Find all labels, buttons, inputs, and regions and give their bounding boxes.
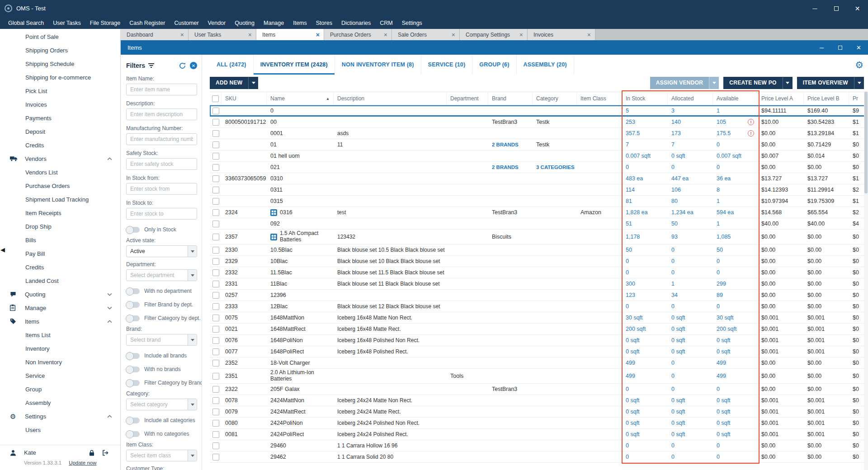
row-checkbox[interactable] bbox=[212, 164, 219, 171]
cell-in-stock[interactable]: 123 bbox=[622, 290, 668, 301]
sidebar-item-credits[interactable]: Credits bbox=[0, 138, 120, 152]
sidebar-item-quoting[interactable]: Quoting bbox=[0, 287, 120, 301]
cell-in-stock[interactable]: 0.007 sqft bbox=[622, 150, 668, 161]
cell-available[interactable]: 36 ea bbox=[713, 173, 758, 184]
cell-in-stock[interactable]: 0 bbox=[622, 256, 668, 267]
stock-warning-icon[interactable]: ! bbox=[748, 130, 754, 136]
cell-in-stock[interactable]: 0 bbox=[622, 451, 668, 462]
menu-vendor[interactable]: Vendor bbox=[203, 20, 231, 26]
cell-allocated[interactable]: 173 bbox=[668, 128, 713, 139]
chevron-down-icon[interactable] bbox=[188, 450, 197, 461]
cell-allocated[interactable]: 0 sqft bbox=[668, 429, 713, 440]
cell-allocated[interactable]: 0 sqft bbox=[668, 346, 713, 357]
table-row[interactable]: 235218-Volt Charger4990499$0.00$0.00$0 bbox=[210, 357, 865, 369]
table-row[interactable]: 01 hell uom0.007 sqft0 sqft0.007 sqft$0.… bbox=[210, 150, 865, 162]
cell-allocated[interactable]: 80 bbox=[668, 196, 713, 207]
stock-warning-icon[interactable]: ! bbox=[748, 119, 754, 125]
table-row[interactable]: 800050019171200TestBran3Testk253140105!$… bbox=[210, 117, 865, 128]
tab-user-tasks[interactable]: User Tasks× bbox=[189, 29, 256, 40]
cell-in-stock[interactable]: 357.5 bbox=[622, 128, 668, 139]
cell-in-stock[interactable]: 0 sqft bbox=[622, 335, 668, 346]
row-checkbox[interactable] bbox=[212, 360, 219, 367]
sidebar-item-vendors[interactable]: Vendors bbox=[0, 152, 120, 165]
logout-icon[interactable] bbox=[102, 450, 108, 456]
cell-in-stock[interactable]: 0 bbox=[622, 440, 668, 451]
tab-close-icon[interactable]: × bbox=[313, 31, 320, 38]
cell-in-stock[interactable]: 0 bbox=[622, 301, 668, 312]
cell-allocated[interactable]: 106 bbox=[668, 184, 713, 195]
tab-company-settings[interactable]: Company Settings× bbox=[460, 29, 528, 40]
row-checkbox[interactable] bbox=[212, 386, 219, 393]
filter-toggle-filter-category-by-dept[interactable]: Filter Category by dept. bbox=[126, 312, 197, 324]
row-checkbox[interactable] bbox=[212, 209, 219, 216]
row-checkbox[interactable] bbox=[212, 130, 219, 137]
cell-in-stock[interactable]: 0 sqft bbox=[622, 429, 668, 440]
sidebar-item-shipping-orders[interactable]: Shipping Orders bbox=[0, 43, 120, 57]
table-row[interactable]: 0531$94.11111$169.40$9 bbox=[210, 105, 865, 117]
cell-available[interactable]: 89 bbox=[713, 290, 758, 301]
sidebar-item-group[interactable]: Group bbox=[0, 382, 120, 396]
row-checkbox[interactable] bbox=[212, 108, 219, 114]
sidebar-item-inventory[interactable]: Inventory bbox=[0, 342, 120, 355]
filter-input-item-name[interactable] bbox=[126, 84, 197, 95]
filter-input-in-stock-from[interactable] bbox=[126, 183, 197, 195]
cell-in-stock[interactable]: 0 sqft bbox=[622, 395, 668, 406]
cell-in-stock[interactable]: 253 bbox=[622, 117, 668, 127]
table-row[interactable]: 00751648MattNonIceberg 16x48 Matte Non R… bbox=[210, 312, 865, 324]
filter-toggle-include-all-brands[interactable]: Include all brands bbox=[126, 350, 197, 362]
column-header-brand[interactable]: Brand bbox=[488, 92, 533, 105]
row-checkbox[interactable] bbox=[212, 292, 219, 299]
sidebar-item-shipping-schedule[interactable]: Shipping Schedule bbox=[0, 57, 120, 70]
cell-available[interactable]: 0 bbox=[713, 256, 758, 267]
table-row[interactable]: 00802424PoliNonIceberg 24x24 Polished No… bbox=[210, 418, 865, 429]
create-new-po-button[interactable]: CREATE NEW PO bbox=[723, 77, 792, 89]
menu-global-search[interactable]: Global Search bbox=[4, 20, 48, 26]
tab-items[interactable]: Items× bbox=[256, 29, 324, 40]
cell-available[interactable]: 200 sqft bbox=[713, 324, 758, 334]
sidebar-item-pick-list[interactable]: Pick List bbox=[0, 84, 120, 98]
table-row[interactable]: 00211648MattRectIceberg 16x48 Matte Rect… bbox=[210, 324, 865, 335]
cell-allocated[interactable]: 1 bbox=[668, 278, 713, 289]
cell-allocated[interactable]: 140 bbox=[668, 117, 713, 127]
menu-settings[interactable]: Settings bbox=[397, 20, 427, 26]
cell-brand[interactable]: 2 BRANDS bbox=[488, 162, 533, 173]
cell-allocated[interactable]: 0 bbox=[668, 440, 713, 451]
menu-customer[interactable]: Customer bbox=[170, 20, 203, 26]
table-row[interactable]: 00761648PoliNonIceberg 16x48 Polished No… bbox=[210, 335, 865, 346]
menu-manage[interactable]: Manage bbox=[259, 20, 288, 26]
cell-allocated[interactable]: 0 bbox=[668, 301, 713, 312]
cell-allocated[interactable]: 34 bbox=[668, 290, 713, 301]
column-header-allocated[interactable]: Allocated bbox=[668, 92, 713, 105]
tab-purchase-orders[interactable]: Purchase Orders× bbox=[324, 29, 392, 40]
cell-in-stock[interactable]: 1,828 ea bbox=[622, 207, 668, 218]
menu-crm[interactable]: CRM bbox=[375, 20, 397, 26]
table-row[interactable]: 031581801$10.97394$19.75309$1 bbox=[210, 196, 865, 207]
row-checkbox[interactable] bbox=[212, 303, 219, 310]
row-checkbox[interactable] bbox=[212, 454, 219, 461]
cell-allocated[interactable]: 0 sqft bbox=[668, 335, 713, 346]
cell-available[interactable]: 1 bbox=[713, 196, 758, 207]
cell-allocated[interactable]: 0 bbox=[668, 267, 713, 278]
row-checkbox[interactable] bbox=[212, 187, 219, 193]
filter-toggle-include-all-categories[interactable]: Include all categories bbox=[126, 414, 197, 426]
chevron-down-icon[interactable] bbox=[188, 334, 197, 345]
table-row[interactable]: 00771648PoliRectIceberg 16x48 Polished R… bbox=[210, 346, 865, 357]
filter-input-description[interactable] bbox=[126, 108, 197, 120]
cell-allocated[interactable]: 0 bbox=[668, 162, 713, 173]
add-new-button[interactable]: ADD NEW bbox=[210, 77, 258, 89]
sidebar-item-settings[interactable]: ⚙Settings bbox=[0, 409, 120, 423]
toggle-switch[interactable] bbox=[126, 302, 140, 308]
filter-toggle-filter-category-by-brand[interactable]: Filter Category by Brand bbox=[126, 377, 197, 389]
row-checkbox[interactable] bbox=[212, 373, 219, 380]
cell-in-stock[interactable]: 30 sqft bbox=[622, 312, 668, 323]
tab-non-inventory-item-8[interactable]: NON INVENTORY ITEM (8) bbox=[335, 55, 421, 75]
cell-allocated[interactable]: 0 sqft bbox=[668, 150, 713, 161]
cell-available[interactable]: 1 bbox=[713, 218, 758, 229]
sidebar-item-purchase-orders[interactable]: Purchase Orders bbox=[0, 179, 120, 193]
menu-user-tasks[interactable]: User Tasks bbox=[48, 20, 85, 26]
toggle-switch[interactable] bbox=[126, 227, 140, 233]
row-checkbox[interactable] bbox=[212, 337, 219, 344]
maximize-icon[interactable] bbox=[826, 0, 847, 17]
sidebar-item-shipping-for-e-commerce[interactable]: Shipping for e-commerce bbox=[0, 70, 120, 84]
column-header-item-class[interactable]: Item Class bbox=[577, 92, 622, 105]
